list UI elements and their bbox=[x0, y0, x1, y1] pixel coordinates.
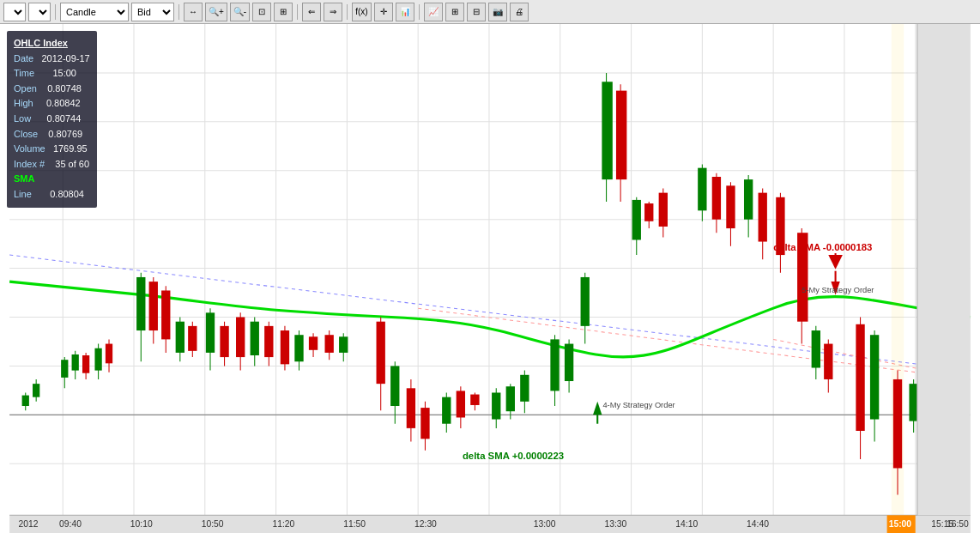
chart-canvas: 4-My Strategy Order delta SMA +0.0000223… bbox=[0, 24, 980, 533]
index-value: 35 of 60 bbox=[55, 159, 89, 169]
svg-rect-94 bbox=[565, 344, 573, 381]
svg-rect-148 bbox=[9, 515, 971, 533]
sma-title: SMA bbox=[14, 172, 90, 187]
svg-rect-32 bbox=[61, 360, 68, 378]
chart-type-select[interactable]: Candle bbox=[60, 3, 129, 21]
svg-rect-82 bbox=[457, 391, 465, 417]
zoom-fit-btn[interactable]: ⊡ bbox=[252, 3, 271, 21]
svg-rect-100 bbox=[616, 91, 626, 179]
svg-rect-116 bbox=[759, 193, 767, 242]
ohlc-date-row: Date 2012-09-17 bbox=[14, 51, 90, 67]
svg-rect-52 bbox=[206, 312, 215, 353]
svg-rect-76 bbox=[407, 388, 415, 428]
svg-text:11:50: 11:50 bbox=[343, 519, 366, 529]
ohlc-low-row: Low 0.80744 bbox=[14, 112, 90, 127]
indicators-btn[interactable]: 📈 bbox=[424, 3, 443, 21]
ohlc-time-row: Time 15:00 bbox=[14, 66, 90, 82]
timeframe-select[interactable]: 10 Minutes bbox=[28, 3, 51, 21]
snapshot-btn[interactable]: 📷 bbox=[488, 3, 507, 21]
date-value: 2012-09-17 bbox=[41, 53, 89, 64]
separator-4 bbox=[347, 4, 348, 20]
svg-rect-54 bbox=[220, 326, 228, 357]
svg-rect-72 bbox=[377, 322, 385, 384]
sma-line-row: Line 0.80804 bbox=[14, 187, 90, 203]
date-label: Date bbox=[14, 53, 33, 64]
close-label: Close bbox=[14, 129, 38, 139]
svg-rect-46 bbox=[161, 290, 170, 339]
crosshair-btn[interactable]: ✛ bbox=[374, 3, 393, 21]
separator-3 bbox=[297, 4, 298, 20]
svg-text:11:20: 11:20 bbox=[272, 519, 294, 529]
zoom-100-btn[interactable]: ⊞ bbox=[274, 3, 293, 21]
svg-text:delta SMA -0.0000183: delta SMA -0.0000183 bbox=[773, 242, 872, 252]
svg-rect-56 bbox=[236, 318, 245, 358]
svg-rect-114 bbox=[744, 179, 753, 220]
high-value: 0.80842 bbox=[46, 98, 81, 108]
svg-rect-44 bbox=[149, 282, 158, 330]
ohlc-panel: OHLC Index Date 2012-09-17 Time 15:00 Op… bbox=[7, 31, 97, 208]
svg-rect-110 bbox=[712, 177, 721, 220]
svg-rect-92 bbox=[550, 339, 559, 391]
fx-btn[interactable]: f(x) bbox=[352, 3, 371, 21]
svg-text:13:30: 13:30 bbox=[605, 519, 627, 529]
ohlc-volume-row: Volume 1769.95 bbox=[14, 142, 90, 157]
svg-text:16:50: 16:50 bbox=[947, 519, 969, 529]
separator-5 bbox=[419, 4, 420, 20]
symbol-select[interactable]: EUR/GBP bbox=[3, 3, 26, 21]
toolbar: EUR/GBP 10 Minutes Candle Bid ↔ 🔍+ 🔍- ⊡ … bbox=[0, 0, 980, 24]
svg-rect-80 bbox=[442, 397, 451, 424]
svg-rect-28 bbox=[22, 396, 29, 406]
high-label: High bbox=[14, 98, 33, 108]
svg-rect-50 bbox=[188, 326, 197, 351]
svg-rect-96 bbox=[581, 277, 590, 326]
low-label: Low bbox=[14, 113, 31, 124]
separator-1 bbox=[55, 4, 56, 20]
svg-rect-66 bbox=[309, 336, 318, 350]
grid-btn[interactable]: ⊟ bbox=[467, 3, 486, 21]
svg-rect-98 bbox=[602, 82, 612, 179]
chart-main[interactable]: 4-My Strategy Order delta SMA +0.0000223… bbox=[0, 24, 980, 533]
ohlc-high-row: High 0.80842 bbox=[14, 96, 90, 112]
ohlc-open-row: Open 0.80748 bbox=[14, 82, 90, 97]
svg-rect-64 bbox=[294, 335, 303, 361]
time-label: Time bbox=[14, 68, 34, 78]
svg-rect-104 bbox=[644, 203, 653, 221]
svg-rect-108 bbox=[698, 168, 706, 211]
svg-rect-62 bbox=[281, 330, 289, 364]
svg-text:13:00: 13:00 bbox=[534, 519, 556, 529]
print-btn[interactable]: 🖨 bbox=[510, 3, 529, 21]
ohlc-index-row: Index # 35 of 60 bbox=[14, 157, 90, 173]
svg-text:12:30: 12:30 bbox=[414, 519, 437, 529]
svg-rect-90 bbox=[520, 375, 529, 402]
svg-rect-84 bbox=[470, 395, 479, 405]
svg-rect-42 bbox=[136, 277, 145, 330]
index-label: Index # bbox=[14, 159, 45, 169]
svg-rect-30 bbox=[33, 384, 39, 397]
zoom-in-btn[interactable]: 🔍+ bbox=[205, 3, 227, 21]
move-btn[interactable]: ↔ bbox=[184, 3, 203, 21]
svg-rect-36 bbox=[82, 355, 89, 373]
svg-rect-0 bbox=[9, 24, 971, 515]
time-value: 15:00 bbox=[52, 68, 76, 78]
scroll-left-btn[interactable]: ⇐ bbox=[302, 3, 321, 21]
chart-area: 4-My Strategy Order delta SMA +0.0000223… bbox=[0, 24, 980, 533]
zoom-out-btn[interactable]: 🔍- bbox=[230, 3, 250, 21]
svg-rect-88 bbox=[506, 386, 515, 411]
svg-rect-112 bbox=[726, 185, 735, 228]
svg-rect-78 bbox=[420, 408, 429, 439]
svg-text:5-My Strategy Order: 5-My Strategy Order bbox=[802, 286, 874, 294]
svg-rect-131 bbox=[893, 379, 902, 468]
properties-btn[interactable]: 📊 bbox=[396, 3, 414, 21]
svg-text:14:40: 14:40 bbox=[747, 519, 769, 529]
compare-btn[interactable]: ⊞ bbox=[445, 3, 464, 21]
svg-text:10:10: 10:10 bbox=[130, 519, 153, 529]
svg-text:10:50: 10:50 bbox=[202, 519, 224, 529]
svg-text:2012: 2012 bbox=[18, 519, 38, 529]
price-type-select[interactable]: Bid bbox=[131, 3, 174, 21]
open-value: 0.80748 bbox=[47, 83, 82, 94]
ohlc-close-row: Close 0.80769 bbox=[14, 127, 90, 142]
svg-rect-38 bbox=[94, 348, 101, 371]
svg-rect-68 bbox=[325, 335, 334, 353]
line-label: Line bbox=[14, 189, 32, 199]
scroll-right-btn[interactable]: ⇒ bbox=[324, 3, 342, 21]
